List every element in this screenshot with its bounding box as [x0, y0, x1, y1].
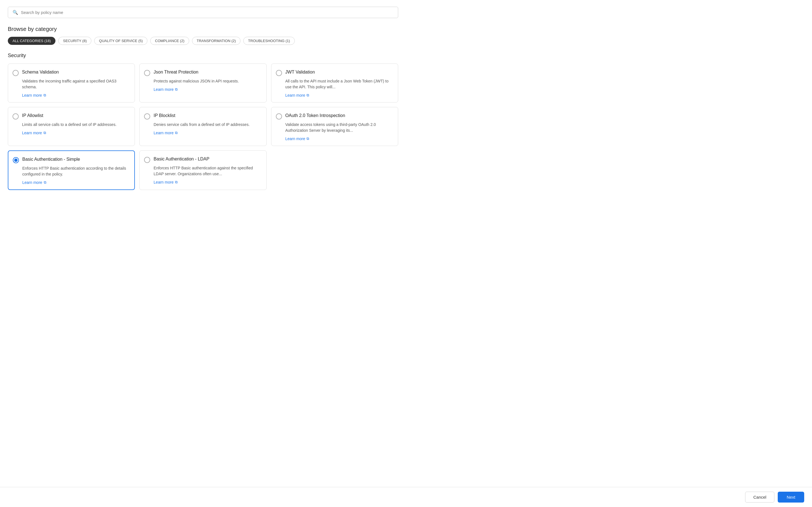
radio-button[interactable] — [12, 70, 19, 76]
radio-button[interactable] — [144, 70, 150, 76]
category-filters: ALL CATEGORIES (18)SECURITY (8)QUALITY O… — [8, 37, 398, 45]
external-link-icon: ⧉ — [307, 136, 309, 141]
section-security: SecuritySchema ValidationValidates the i… — [8, 53, 398, 190]
policy-grid: Schema ValidationValidates the incoming … — [8, 63, 398, 190]
external-link-icon: ⧉ — [175, 180, 177, 184]
category-btn-2[interactable]: QUALITY OF SERVICE (5) — [94, 37, 148, 45]
learn-more-link[interactable]: Learn more ⧉ — [22, 180, 46, 185]
external-link-icon: ⧉ — [44, 93, 46, 98]
policy-name: Basic Authentication - LDAP — [154, 156, 209, 162]
learn-more-link[interactable]: Learn more ⧉ — [22, 131, 46, 135]
policy-description: Protects against malicious JSON in API r… — [144, 78, 261, 84]
policy-description: Enforces HTTP Basic authentication accor… — [13, 165, 129, 177]
category-btn-1[interactable]: SECURITY (8) — [58, 37, 92, 45]
policy-name: IP Allowlist — [22, 113, 43, 119]
policy-card[interactable]: OAuth 2.0 Token IntrospectionValidate ac… — [271, 107, 398, 146]
category-btn-4[interactable]: TRANSFORMATION (2) — [192, 37, 241, 45]
external-link-icon: ⧉ — [175, 87, 177, 92]
policy-name: Basic Authentication - Simple — [22, 157, 80, 162]
learn-more-link[interactable]: Learn more ⧉ — [154, 87, 177, 92]
policy-card[interactable]: IP BlocklistDenies service calls from a … — [139, 107, 266, 146]
learn-more-link[interactable]: Learn more ⧉ — [154, 131, 177, 135]
policy-card-header: Basic Authentication - Simple — [13, 157, 129, 163]
section-title: Security — [8, 53, 398, 58]
policy-name: JWT Validation — [285, 69, 315, 75]
policy-description: All calls to the API must include a Json… — [276, 78, 392, 90]
policy-card-header: Basic Authentication - LDAP — [144, 156, 261, 163]
radio-button[interactable] — [13, 157, 19, 163]
external-link-icon: ⧉ — [44, 180, 46, 185]
radio-button[interactable] — [276, 113, 282, 119]
external-link-icon: ⧉ — [44, 131, 46, 135]
search-container[interactable]: 🔍 — [8, 7, 398, 18]
policy-description: Validate access tokens using a third-par… — [276, 122, 392, 133]
policy-description: Denies service calls from a defined set … — [144, 122, 261, 127]
external-link-icon: ⧉ — [175, 131, 177, 135]
policy-card[interactable]: Json Threat ProtectionProtects against m… — [139, 63, 266, 103]
policy-description: Enforces HTTP Basic authentication again… — [144, 165, 261, 177]
policy-card-header: IP Allowlist — [12, 113, 129, 119]
learn-more-link[interactable]: Learn more ⧉ — [154, 180, 177, 184]
policy-card-header: OAuth 2.0 Token Introspection — [276, 113, 392, 119]
search-input[interactable] — [21, 10, 393, 15]
radio-button[interactable] — [144, 113, 150, 119]
radio-button[interactable] — [144, 157, 150, 163]
policy-name: IP Blocklist — [154, 113, 175, 119]
policy-card[interactable]: Basic Authentication - SimpleEnforces HT… — [8, 151, 135, 190]
policy-card[interactable]: Schema ValidationValidates the incoming … — [8, 63, 135, 103]
policy-card-header: Json Threat Protection — [144, 69, 261, 76]
policy-card-header: Schema Validation — [12, 69, 129, 76]
policy-card[interactable]: IP AllowlistLimits all service calls to … — [8, 107, 135, 146]
browse-title: Browse by category — [8, 26, 398, 32]
radio-button[interactable] — [12, 113, 19, 119]
policy-name: OAuth 2.0 Token Introspection — [285, 113, 345, 119]
learn-more-link[interactable]: Learn more ⧉ — [285, 93, 309, 98]
policy-name: Schema Validation — [22, 69, 59, 75]
policy-description: Validates the incoming traffic against a… — [12, 78, 129, 90]
policy-card-header: IP Blocklist — [144, 113, 261, 119]
radio-button[interactable] — [276, 70, 282, 76]
policy-card-header: JWT Validation — [276, 69, 392, 76]
policy-name: Json Threat Protection — [154, 69, 199, 75]
category-btn-0[interactable]: ALL CATEGORIES (18) — [8, 37, 55, 45]
category-btn-3[interactable]: COMPLIANCE (2) — [150, 37, 189, 45]
policy-description: Limits all service calls to a defined se… — [12, 122, 129, 127]
learn-more-link[interactable]: Learn more ⧉ — [22, 93, 46, 98]
category-btn-5[interactable]: TROUBLESHOOTING (1) — [243, 37, 294, 45]
policy-card[interactable]: JWT ValidationAll calls to the API must … — [271, 63, 398, 103]
external-link-icon: ⧉ — [307, 93, 309, 98]
search-icon: 🔍 — [12, 10, 18, 15]
policy-card[interactable]: Basic Authentication - LDAPEnforces HTTP… — [139, 151, 266, 190]
learn-more-link[interactable]: Learn more ⧉ — [285, 136, 309, 141]
